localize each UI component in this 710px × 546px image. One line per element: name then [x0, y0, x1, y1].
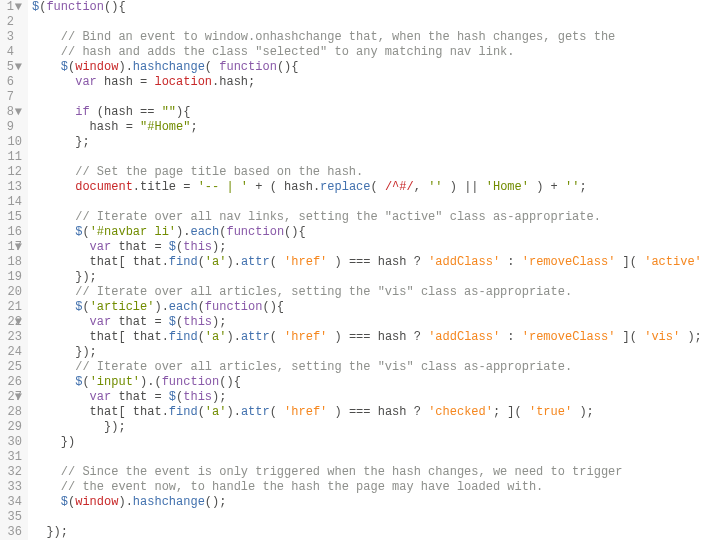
token-str2: 'removeClass': [522, 255, 616, 269]
code-line[interactable]: [32, 195, 710, 210]
code-content[interactable]: $(function(){ // Bind an event to window…: [28, 0, 710, 540]
code-line[interactable]: // Iterate over all articles, setting th…: [32, 360, 710, 375]
line-number: 6: [4, 75, 22, 90]
token-str2: 'active': [644, 255, 702, 269]
code-line[interactable]: that[ that.find('a').attr( 'href' ) === …: [32, 255, 710, 270]
code-line[interactable]: // Iterate over all nav links, setting t…: [32, 210, 710, 225]
token-str2: 'href': [284, 255, 327, 269]
code-line[interactable]: // Iterate over all articles, setting th…: [32, 285, 710, 300]
line-number: 24: [4, 345, 22, 360]
code-line[interactable]: that[ that.find('a').attr( 'href' ) === …: [32, 330, 710, 345]
code-editor: 1 ▼2345 ▼678 ▼910111213141516 ▼171819202…: [0, 0, 710, 540]
token-punct: [ that.: [118, 405, 168, 419]
token-punct: ;: [248, 75, 255, 89]
token-str: 'article': [90, 300, 155, 314]
code-line[interactable]: });: [32, 270, 710, 285]
line-number: 36: [4, 525, 22, 540]
token-punct: (){: [262, 300, 284, 314]
code-line[interactable]: // Since the event is only triggered whe…: [32, 465, 710, 480]
token-fn: replace: [320, 180, 370, 194]
token-str: '-- | ': [198, 180, 248, 194]
line-number-gutter: 1 ▼2345 ▼678 ▼910111213141516 ▼171819202…: [0, 0, 28, 540]
token-punct: (){: [277, 60, 299, 74]
line-number: 26 ▼: [4, 375, 22, 390]
token-ident: that: [90, 255, 119, 269]
token-punct: ).: [118, 495, 132, 509]
line-number: 7: [4, 90, 22, 105]
fold-icon[interactable]: ▼: [14, 105, 22, 120]
token-fn: find: [169, 255, 198, 269]
token-str2: 'href': [284, 330, 327, 344]
fold-icon[interactable]: ▼: [14, 0, 22, 15]
token-str: 'input': [90, 375, 140, 389]
token-str: "": [162, 105, 176, 119]
token-punct: ;: [579, 180, 586, 194]
code-line[interactable]: // the event now, to handle the hash the…: [32, 480, 710, 495]
code-line[interactable]: var that = $(this);: [32, 390, 710, 405]
code-line[interactable]: // Set the page title based on the hash.: [32, 165, 710, 180]
token-punct: =: [140, 75, 154, 89]
line-number: 29: [4, 420, 22, 435]
code-line[interactable]: [32, 150, 710, 165]
code-line[interactable]: [32, 15, 710, 30]
token-punct: ==: [140, 105, 162, 119]
code-line[interactable]: var hash = location.hash;: [32, 75, 710, 90]
code-line[interactable]: [32, 510, 710, 525]
token-fn: attr: [241, 330, 270, 344]
line-number: 16 ▼: [4, 225, 22, 240]
code-line[interactable]: if (hash == ""){: [32, 105, 710, 120]
code-line[interactable]: var that = $(this);: [32, 240, 710, 255]
code-line[interactable]: document.title = '-- | ' + ( hash.replac…: [32, 180, 710, 195]
code-line[interactable]: });: [32, 345, 710, 360]
line-number: 2: [4, 15, 22, 30]
token-str: 'Home': [486, 180, 529, 194]
line-number: 15: [4, 210, 22, 225]
token-str: 'a': [205, 405, 227, 419]
line-number: 22: [4, 315, 22, 330]
token-fn: attr: [241, 255, 270, 269]
code-line[interactable]: $('#navbar li').each(function(){: [32, 225, 710, 240]
token-kw: if: [75, 105, 89, 119]
code-line[interactable]: });: [32, 420, 710, 435]
token-ident: hash: [90, 120, 126, 134]
code-line[interactable]: $('input').(function(){: [32, 375, 710, 390]
token-punct: );: [212, 315, 226, 329]
line-number: 31: [4, 450, 22, 465]
token-str: 'a': [205, 255, 227, 269]
fold-icon[interactable]: ▼: [14, 60, 22, 75]
token-punct: ) === hash ?: [327, 255, 428, 269]
token-fn: each: [190, 225, 219, 239]
token-punct: =: [154, 390, 168, 404]
token-kw: function: [162, 375, 220, 389]
code-line[interactable]: [32, 450, 710, 465]
token-punct: ){: [176, 105, 190, 119]
token-kw: this: [183, 315, 212, 329]
token-fn: find: [169, 330, 198, 344]
token-punct: (){: [284, 225, 306, 239]
code-line[interactable]: };: [32, 135, 710, 150]
token-kw: function: [226, 225, 284, 239]
token-obj: document: [75, 180, 133, 194]
code-line[interactable]: that[ that.find('a').attr( 'href' ) === …: [32, 405, 710, 420]
code-line[interactable]: });: [32, 525, 710, 540]
code-line[interactable]: }): [32, 435, 710, 450]
token-punct: ](: [615, 255, 644, 269]
token-punct: });: [104, 420, 126, 434]
code-line[interactable]: $(window).hashchange();: [32, 495, 710, 510]
token-punct: (: [270, 405, 284, 419]
token-kw: function: [205, 300, 263, 314]
line-number: 27: [4, 390, 22, 405]
token-punct: ; ](: [493, 405, 529, 419]
code-line[interactable]: $(function(){: [32, 0, 710, 15]
code-line[interactable]: // Bind an event to window.onhashchange …: [32, 30, 710, 45]
code-line[interactable]: [32, 90, 710, 105]
code-line[interactable]: $(window).hashchange( function(){: [32, 60, 710, 75]
line-number: 17: [4, 240, 22, 255]
code-line[interactable]: var that = $(this);: [32, 315, 710, 330]
token-comment: // Since the event is only triggered whe…: [61, 465, 623, 479]
code-line[interactable]: $('article').each(function(){: [32, 300, 710, 315]
token-fn: hashchange: [133, 60, 205, 74]
code-line[interactable]: hash = "#Home";: [32, 120, 710, 135]
code-line[interactable]: // hash and adds the class "selected" to…: [32, 45, 710, 60]
token-ident: hash: [104, 75, 140, 89]
